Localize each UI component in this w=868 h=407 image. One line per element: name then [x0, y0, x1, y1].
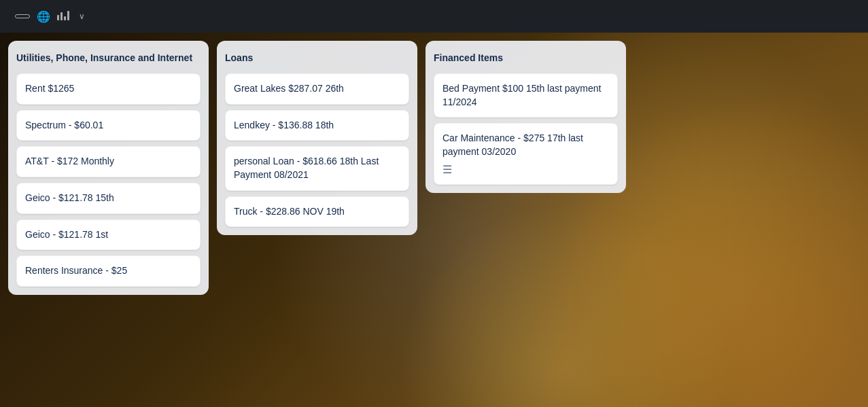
card-text-bed: Bed Payment $100 15th last payment 11/20…: [442, 82, 609, 109]
card-personalloan[interactable]: personal Loan - $618.66 18th Last Paymen…: [225, 146, 409, 190]
card-text-truck: Truck - $228.86 NOV 19th: [234, 205, 400, 219]
app-header: 🌐 ∨: [0, 0, 868, 33]
column-title-loans: Loans: [225, 49, 409, 68]
column-utilities: Utilities, Phone, Insurance and Internet…: [8, 41, 209, 295]
card-text-lendkey: Lendkey - $136.88 18th: [234, 119, 400, 132]
card-renters[interactable]: Renters Insurance - $25: [16, 255, 201, 287]
card-text-car: Car Maintenance - $275 17th last payment…: [442, 132, 609, 158]
board-main: Utilities, Phone, Insurance and Internet…: [0, 33, 868, 407]
bar-chart-icon[interactable]: [57, 10, 69, 23]
card-rent[interactable]: Rent $1265: [16, 73, 201, 105]
board-button[interactable]: ∨: [76, 12, 85, 21]
card-text-spectrum: Spectrum - $60.01: [25, 119, 192, 132]
card-text-personalloan: personal Loan - $618.66 18th Last Paymen…: [234, 155, 400, 181]
card-geico1[interactable]: Geico - $121.78 15th: [16, 183, 201, 214]
card-greatlakes[interactable]: Great Lakes $287.07 26th: [225, 73, 409, 105]
board-columns: Utilities, Phone, Insurance and Internet…: [0, 33, 868, 407]
hamburger-menu-icon: ☰: [442, 163, 609, 176]
card-text-geico2: Geico - $121.78 1st: [25, 228, 192, 242]
column-loans: LoansGreat Lakes $287.07 26thLendkey - $…: [217, 41, 417, 235]
card-spectrum[interactable]: Spectrum - $60.01: [16, 110, 201, 141]
column-title-utilities: Utilities, Phone, Insurance and Internet: [16, 49, 201, 68]
card-lendkey[interactable]: Lendkey - $136.88 18th: [225, 110, 409, 141]
card-car[interactable]: Car Maintenance - $275 17th last payment…: [434, 123, 618, 184]
card-text-greatlakes: Great Lakes $287.07 26th: [234, 82, 400, 96]
card-text-rent: Rent $1265: [25, 82, 192, 96]
card-geico2[interactable]: Geico - $121.78 1st: [16, 219, 201, 251]
chevron-down-icon: ∨: [79, 12, 85, 21]
card-truck[interactable]: Truck - $228.86 NOV 19th: [225, 196, 409, 228]
card-att[interactable]: AT&T - $172 Monthly: [16, 146, 201, 177]
card-text-renters: Renters Insurance - $25: [25, 264, 192, 278]
globe-icon[interactable]: 🌐: [37, 10, 50, 23]
card-bed[interactable]: Bed Payment $100 15th last payment 11/20…: [434, 73, 618, 118]
column-financed: Financed ItemsBed Payment $100 15th last…: [426, 41, 626, 193]
card-text-geico1: Geico - $121.78 15th: [25, 192, 192, 205]
card-text-att: AT&T - $172 Monthly: [25, 155, 192, 169]
column-title-financed: Financed Items: [434, 49, 618, 68]
template-badge[interactable]: [15, 14, 30, 18]
